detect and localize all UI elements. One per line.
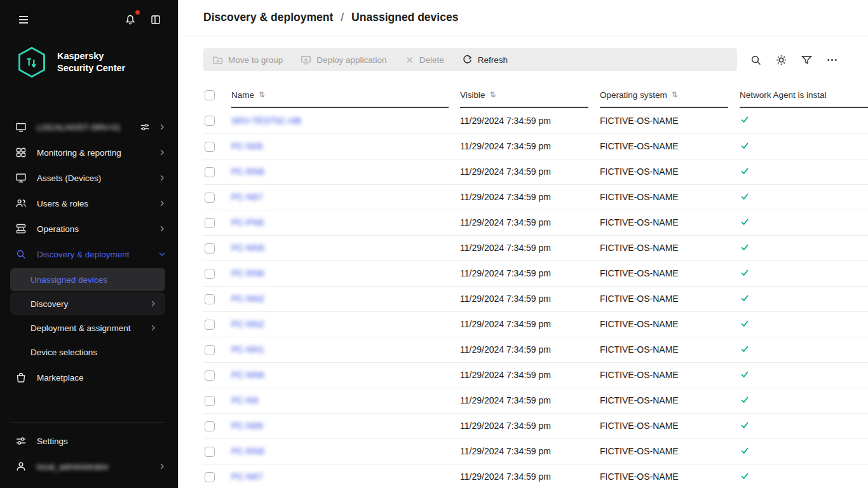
agent-installed-check-icon (740, 369, 750, 379)
visible-cell: 11/29/2024 7:34:59 pm (460, 286, 600, 311)
agent-installed-check-icon (740, 217, 750, 227)
columns-settings-button[interactable] (770, 49, 792, 71)
row-checkbox[interactable] (205, 320, 215, 330)
row-checkbox[interactable] (205, 243, 215, 254)
sidebar-item-server[interactable]: LOCALHOST-SRV-01 (0, 114, 178, 140)
device-name-link[interactable]: PC-NN2 (231, 319, 264, 329)
device-name-link[interactable]: PC-NN6 (231, 370, 264, 380)
os-cell: FICTIVE-OS-NAME (600, 362, 740, 388)
row-checkbox[interactable] (205, 193, 215, 203)
visible-cell: 11/29/2024 7:34:59 pm (460, 311, 600, 337)
row-checkbox[interactable] (205, 472, 215, 482)
os-cell: FICTIVE-OS-NAME (600, 464, 740, 488)
sidebar-item-label: Settings (37, 437, 68, 446)
sidebar-item-marketplace[interactable]: Marketplace (0, 365, 178, 390)
row-checkbox[interactable] (205, 116, 215, 126)
device-name-link[interactable]: PC-RN6 (231, 446, 264, 456)
device-name-link[interactable]: PC-NN2 (231, 294, 264, 304)
os-cell: FICTIVE-OS-NAME (600, 133, 740, 159)
breadcrumb-section[interactable]: Discovery & deployment (203, 11, 333, 24)
sidebar-item-settings[interactable]: Settings (0, 428, 178, 454)
sidebar-item-label: Marketplace (37, 373, 84, 383)
row-checkbox[interactable] (205, 142, 215, 152)
chevron-right-icon (149, 323, 158, 332)
table-row: PC-NN5 11/29/2024 7:34:59 pm FICTIVE-OS-… (203, 235, 868, 261)
device-name-link[interactable]: PC-N69 (231, 421, 263, 431)
search-icon (750, 54, 762, 66)
sidebar-subitem-deployment-assignment[interactable]: Deployment & assignment (10, 316, 165, 339)
device-name-link[interactable]: PC-N9 (231, 395, 258, 405)
toolbar: Move to group Deploy application De (203, 48, 737, 71)
row-checkbox[interactable] (205, 294, 215, 304)
row-checkbox[interactable] (205, 345, 215, 355)
search-icon (15, 248, 27, 260)
sort-icon[interactable]: ⇅ (259, 90, 265, 99)
monitor-icon (15, 172, 27, 184)
agent-installed-check-icon (740, 471, 750, 481)
operations-stack-icon (15, 223, 27, 234)
select-all-checkbox[interactable] (205, 90, 215, 100)
sidebar-item-operations[interactable]: Operations (0, 216, 178, 241)
breadcrumb: Discovery & deployment / Unassigned devi… (178, 0, 868, 36)
sort-icon[interactable]: ⇅ (490, 90, 496, 99)
os-cell: FICTIVE-OS-NAME (600, 388, 740, 413)
column-header-network-agent[interactable]: Network Agent is instal (740, 83, 868, 108)
device-name-link[interactable]: PC-N67 (231, 471, 263, 482)
breadcrumb-separator: / (341, 11, 344, 24)
device-name-link[interactable]: PC-RN6 (231, 166, 264, 177)
sidebar-item-discovery-deployment[interactable]: Discovery & deployment (0, 241, 178, 267)
refresh-button[interactable]: Refresh (462, 55, 508, 65)
sidebar-divider (10, 423, 165, 423)
table-row: SRV-TEST5C-HB 11/29/2024 7:34:59 pm FICT… (203, 108, 868, 133)
deploy-application-button[interactable]: Deploy application (301, 55, 386, 65)
sort-icon[interactable]: ⇅ (672, 90, 678, 99)
sidebar-item-users-roles[interactable]: Users & roles (0, 191, 178, 216)
device-name-link[interactable]: PC-NN5 (231, 243, 264, 253)
device-name-link[interactable]: SRV-TEST5C-HB (231, 116, 301, 126)
sidebar-item-account[interactable]: local_administrator (0, 454, 178, 479)
device-name-link[interactable]: PC-N67 (231, 192, 263, 202)
row-checkbox[interactable] (205, 269, 215, 279)
table-row: PC-NN1 11/29/2024 7:34:59 pm FICTIVE-OS-… (203, 337, 868, 362)
os-cell: FICTIVE-OS-NAME (600, 286, 740, 311)
row-checkbox[interactable] (205, 396, 215, 406)
device-name-link[interactable]: PC-PN6 (231, 217, 264, 227)
more-options-button[interactable] (821, 49, 843, 71)
sidebar-item-assets[interactable]: Assets (Devices) (0, 165, 178, 191)
hamburger-menu-button[interactable] (15, 11, 32, 28)
delete-button[interactable]: Delete (405, 55, 444, 65)
settings-sliders-icon (15, 435, 27, 447)
table-row: PC-NN2 11/29/2024 7:34:59 pm FICTIVE-OS-… (203, 286, 868, 311)
hamburger-icon (18, 14, 29, 25)
device-name-link[interactable]: PC-NN1 (231, 344, 264, 355)
sidebar-subitem-unassigned-devices[interactable]: Unassigned devices (10, 268, 165, 291)
column-header-os[interactable]: Operating system ⇅ (600, 83, 740, 108)
filter-button[interactable] (796, 49, 817, 71)
notifications-button[interactable] (122, 11, 139, 28)
move-to-group-button[interactable]: Move to group (212, 55, 283, 65)
row-checkbox[interactable] (205, 370, 215, 381)
documentation-button[interactable] (147, 11, 164, 28)
sidebar-subitem-device-selections[interactable]: Device selections (10, 341, 165, 363)
column-header-visible[interactable]: Visible ⇅ (460, 83, 600, 108)
os-cell: FICTIVE-OS-NAME (600, 311, 740, 337)
visible-cell: 11/29/2024 7:34:59 pm (460, 413, 600, 438)
sidebar-nav: LOCALHOST-SRV-01 (0, 114, 178, 390)
visible-cell: 11/29/2024 7:34:59 pm (460, 184, 600, 210)
sidebar-item-monitoring[interactable]: Monitoring & reporting (0, 140, 178, 165)
device-name-link[interactable]: PC-N06 (231, 141, 263, 151)
row-checkbox[interactable] (205, 421, 215, 431)
sidebar-bottom: Settings local_administrator (0, 419, 178, 488)
search-button[interactable] (745, 49, 766, 71)
device-name-link[interactable]: PC-RN6 (231, 268, 264, 278)
server-name-label: LOCALHOST-SRV-01 (37, 123, 121, 132)
sidebar: Kaspersky Security Center LOCALHOST-SRV-… (0, 0, 178, 488)
os-cell: FICTIVE-OS-NAME (600, 438, 740, 464)
sidebar-top-bar (0, 0, 178, 39)
row-checkbox[interactable] (205, 218, 215, 228)
row-checkbox[interactable] (205, 447, 215, 457)
sidebar-subitem-discovery[interactable]: Discovery (10, 292, 165, 315)
column-header-name[interactable]: Name ⇅ (231, 83, 460, 108)
row-checkbox[interactable] (205, 167, 215, 177)
refresh-icon (462, 55, 473, 65)
